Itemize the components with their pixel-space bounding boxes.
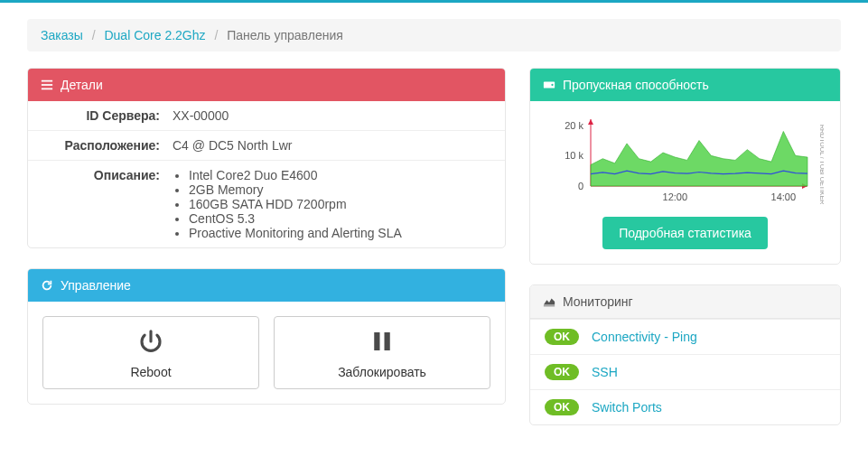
monitoring-link[interactable]: SSH	[592, 365, 618, 379]
drive-icon	[543, 79, 555, 91]
server-id-value: XX-00000	[173, 108, 496, 123]
server-id-label: ID Сервера:	[37, 108, 173, 123]
monitoring-link[interactable]: Connectivity - Ping	[592, 330, 697, 344]
monitoring-heading: Мониторинг	[530, 285, 840, 319]
management-title: Управление	[61, 278, 131, 293]
description-item: CentOS 5.3	[189, 211, 496, 226]
svg-text:20 k: 20 k	[565, 120, 583, 131]
management-panel: Управление Reboot Заблокировать	[27, 268, 506, 405]
monitoring-title: Мониторинг	[563, 294, 633, 309]
details-heading: Детали	[28, 69, 505, 101]
detailed-stats-button[interactable]: Подробная статистика	[602, 217, 768, 249]
svg-rect-1	[42, 84, 52, 86]
svg-point-6	[551, 84, 553, 86]
description-value: Intel Core2 Duo E46002GB Memory160GB SAT…	[173, 168, 496, 240]
management-heading: Управление	[28, 269, 505, 302]
breadcrumb: Заказы / Dual Core 2.2Ghz / Панель управ…	[27, 19, 841, 51]
list-icon	[41, 79, 53, 91]
details-title: Детали	[61, 78, 103, 92]
monitoring-item: OKConnectivity - Ping	[530, 319, 840, 354]
bandwidth-heading: Пропускная способность	[530, 69, 840, 101]
bandwidth-title: Пропускная способность	[563, 78, 709, 92]
reboot-button[interactable]: Reboot	[42, 316, 259, 389]
description-item: Proactive Monitoring and Alerting SLA	[189, 226, 496, 240]
svg-text:RRDTOOL / TOBI OETIKER: RRDTOOL / TOBI OETIKER	[819, 125, 824, 204]
svg-text:14:00: 14:00	[770, 191, 796, 202]
pause-icon	[280, 328, 484, 359]
monitoring-link[interactable]: Switch Ports	[592, 400, 662, 415]
svg-rect-3	[374, 332, 379, 350]
block-label: Заблокировать	[280, 365, 484, 379]
status-badge: OK	[545, 329, 579, 345]
status-badge: OK	[545, 364, 579, 380]
svg-text:0: 0	[577, 181, 583, 191]
location-label: Расположение:	[37, 138, 173, 153]
details-panel: Детали ID Сервера: XX-00000 Расположение…	[27, 68, 506, 248]
refresh-icon	[41, 279, 53, 292]
area-chart-icon	[543, 295, 555, 308]
svg-rect-4	[385, 332, 390, 350]
reboot-label: Reboot	[49, 365, 253, 379]
breadcrumb-sep: /	[87, 28, 101, 42]
breadcrumb-current: Панель управления	[227, 28, 343, 42]
breadcrumb-orders[interactable]: Заказы	[41, 28, 83, 42]
monitoring-panel: Мониторинг OKConnectivity - PingOKSSHOKS…	[529, 284, 841, 425]
power-icon	[49, 328, 253, 359]
monitoring-item: OKSwitch Ports	[530, 389, 840, 424]
breadcrumb-sep: /	[209, 28, 223, 42]
svg-rect-2	[42, 89, 52, 90]
bandwidth-panel: Пропускная способность 010 k20 k12:0014:…	[529, 68, 841, 265]
monitoring-item: OKSSH	[530, 354, 840, 389]
bandwidth-chart: 010 k20 k12:0014:00RRDTOOL / TOBI OETIKE…	[539, 114, 831, 204]
svg-text:12:00: 12:00	[662, 191, 687, 202]
location-value: C4 @ DC5 North Lwr	[173, 138, 496, 153]
svg-text:10 k: 10 k	[565, 150, 583, 161]
description-item: 2GB Memory	[189, 182, 496, 197]
breadcrumb-product[interactable]: Dual Core 2.2Ghz	[104, 28, 205, 42]
description-item: Intel Core2 Duo E4600	[189, 168, 496, 182]
svg-rect-0	[42, 80, 52, 82]
description-label: Описание:	[37, 168, 173, 240]
block-button[interactable]: Заблокировать	[274, 316, 490, 389]
description-item: 160GB SATA HDD 7200rpm	[189, 197, 496, 211]
status-badge: OK	[545, 399, 579, 415]
